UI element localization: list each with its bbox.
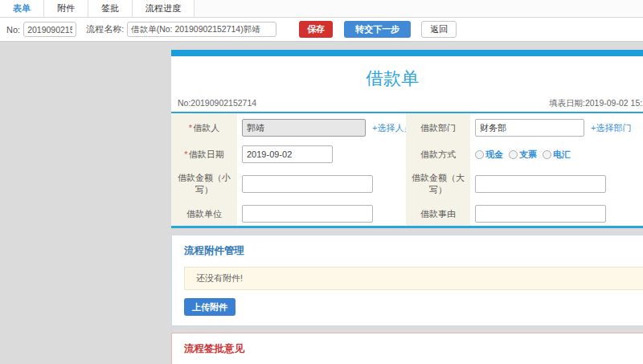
tab-process-progress[interactable]: 流程进度 [133, 0, 195, 17]
process-name-label: 流程名称: [86, 23, 124, 35]
department-label: 借款部门 [406, 113, 470, 142]
borrow-date-input[interactable] [242, 145, 333, 163]
panel-top-bar [171, 50, 643, 56]
form-meta-row: No:20190902152714 填表日期:2019-09-02 15:27:… [171, 94, 643, 113]
back-button[interactable]: 返回 [421, 21, 457, 38]
borrow-reason-input[interactable] [475, 205, 606, 223]
borrow-date-field-cell [237, 142, 406, 166]
form-title: 借款单 [171, 56, 643, 91]
no-input[interactable] [23, 22, 76, 37]
no-attachment-alert: 还没有附件! [184, 267, 643, 290]
borrow-unit-input[interactable] [242, 205, 373, 223]
action-bar: No: 流程名称: 保存 转交下一步 返回 [0, 18, 643, 42]
department-input[interactable] [475, 119, 584, 137]
required-mark: * [189, 123, 192, 133]
loan-form-panel: 借款单 No:20190902152714 填表日期:2019-09-02 15… [171, 50, 643, 228]
amount-uppercase-label: 借款金额（大写） [406, 166, 470, 202]
amount-uppercase-field-cell [470, 166, 643, 202]
form-fields-grid: *借款人 +选择人员 借款部门 +选择部门 *借款日 [171, 113, 643, 226]
attachment-panel: 流程附件管理 还没有附件! 上传附件 [171, 235, 643, 326]
no-label: No: [6, 25, 20, 35]
radio-cash-label[interactable]: 现金 [485, 149, 503, 161]
borrow-reason-field-cell [470, 202, 643, 226]
tab-approval[interactable]: 签批 [88, 0, 133, 17]
amount-lowercase-field-cell [237, 166, 406, 202]
amount-lowercase-label: 借款金额（小写） [171, 166, 237, 202]
tab-bar: 表单 附件 签批 流程进度 [0, 0, 643, 18]
approval-panel: 流程签批意见 B I abc A ∞ ∞ ⚑ ≣ ≡ [171, 333, 643, 364]
process-name-input[interactable] [127, 22, 276, 37]
borrower-input[interactable] [242, 119, 366, 137]
radio-cash[interactable] [475, 150, 484, 159]
borrow-date-label: *借款日期 [171, 142, 237, 166]
approval-heading: 流程签批意见 [184, 342, 643, 356]
borrow-method-radio-group: 现金 支票 电汇 [475, 149, 576, 161]
borrow-unit-field-cell [237, 202, 406, 226]
department-field-cell: +选择部门 [470, 113, 643, 142]
radio-cheque[interactable] [509, 150, 518, 159]
workspace: 借款单 No:20190902152714 填表日期:2019-09-02 15… [0, 42, 643, 364]
radio-wire-transfer-label[interactable]: 电汇 [553, 149, 571, 161]
tab-attachments[interactable]: 附件 [44, 0, 88, 17]
amount-uppercase-input[interactable] [475, 175, 606, 193]
tab-form[interactable]: 表单 [0, 0, 44, 17]
amount-lowercase-input[interactable] [242, 175, 373, 193]
borrow-unit-label: 借款单位 [171, 202, 237, 226]
attachment-heading: 流程附件管理 [184, 244, 643, 258]
borrower-label: *借款人 [171, 113, 237, 142]
radio-cheque-label[interactable]: 支票 [519, 149, 537, 161]
upload-attachment-button[interactable]: 上传附件 [184, 298, 235, 316]
forward-next-step-button[interactable]: 转交下一步 [344, 21, 411, 38]
form-no-text: No:20190902152714 [178, 98, 256, 108]
form-fill-date-text: 填表日期:2019-09-02 15:27:1 [549, 98, 643, 109]
borrow-method-field-cell: 现金 支票 电汇 [470, 142, 643, 166]
borrow-method-label: 借款方式 [406, 142, 470, 166]
borrower-field-cell: +选择人员 [237, 113, 406, 142]
select-department-link[interactable]: +选择部门 [591, 122, 631, 134]
app-window: 表单 附件 签批 流程进度 No: 流程名称: 保存 转交下一步 返回 借款单 … [0, 0, 643, 364]
panel-stack: 借款单 No:20190902152714 填表日期:2019-09-02 15… [171, 50, 643, 364]
radio-wire-transfer[interactable] [543, 150, 551, 159]
save-button[interactable]: 保存 [299, 21, 333, 38]
borrow-reason-label: 借款事由 [406, 202, 470, 226]
required-mark: * [184, 149, 187, 159]
panel-bottom-bar [171, 226, 643, 228]
